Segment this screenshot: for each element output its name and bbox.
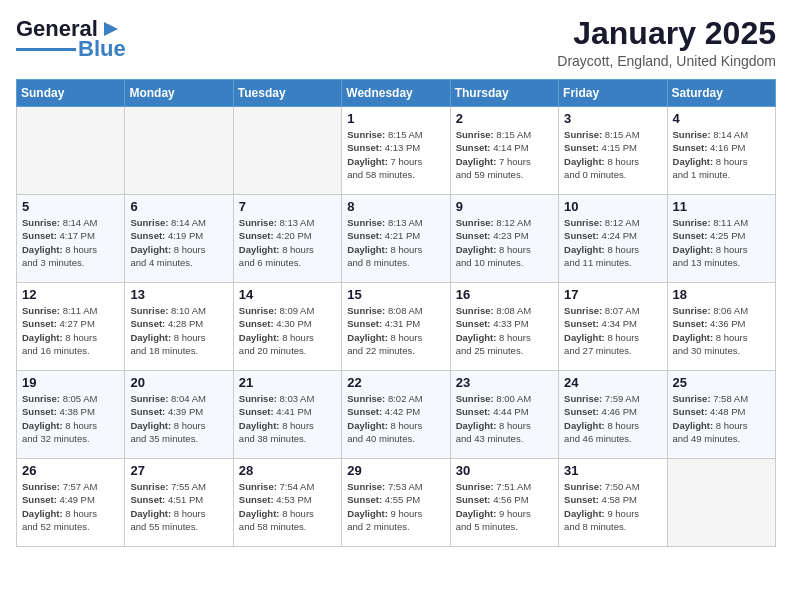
day-info: Sunrise: 8:08 AMSunset: 4:31 PMDaylight:… xyxy=(347,304,444,357)
calendar-cell: 28Sunrise: 7:54 AMSunset: 4:53 PMDayligh… xyxy=(233,459,341,547)
week-row-4: 19Sunrise: 8:05 AMSunset: 4:38 PMDayligh… xyxy=(17,371,776,459)
day-info: Sunrise: 8:12 AMSunset: 4:24 PMDaylight:… xyxy=(564,216,661,269)
calendar-cell: 16Sunrise: 8:08 AMSunset: 4:33 PMDayligh… xyxy=(450,283,558,371)
logo: General Blue xyxy=(16,16,126,62)
day-number: 3 xyxy=(564,111,661,126)
day-info: Sunrise: 8:14 AMSunset: 4:19 PMDaylight:… xyxy=(130,216,227,269)
day-info: Sunrise: 7:55 AMSunset: 4:51 PMDaylight:… xyxy=(130,480,227,533)
day-info: Sunrise: 7:58 AMSunset: 4:48 PMDaylight:… xyxy=(673,392,770,445)
day-number: 2 xyxy=(456,111,553,126)
day-number: 20 xyxy=(130,375,227,390)
day-header-thursday: Thursday xyxy=(450,80,558,107)
day-info: Sunrise: 8:14 AMSunset: 4:16 PMDaylight:… xyxy=(673,128,770,181)
day-header-saturday: Saturday xyxy=(667,80,775,107)
calendar-cell: 22Sunrise: 8:02 AMSunset: 4:42 PMDayligh… xyxy=(342,371,450,459)
day-number: 27 xyxy=(130,463,227,478)
day-number: 1 xyxy=(347,111,444,126)
day-number: 15 xyxy=(347,287,444,302)
day-number: 5 xyxy=(22,199,119,214)
day-info: Sunrise: 7:51 AMSunset: 4:56 PMDaylight:… xyxy=(456,480,553,533)
calendar-cell: 8Sunrise: 8:13 AMSunset: 4:21 PMDaylight… xyxy=(342,195,450,283)
day-info: Sunrise: 8:05 AMSunset: 4:38 PMDaylight:… xyxy=(22,392,119,445)
calendar-cell: 20Sunrise: 8:04 AMSunset: 4:39 PMDayligh… xyxy=(125,371,233,459)
day-info: Sunrise: 7:59 AMSunset: 4:46 PMDaylight:… xyxy=(564,392,661,445)
day-number: 25 xyxy=(673,375,770,390)
calendar-cell: 10Sunrise: 8:12 AMSunset: 4:24 PMDayligh… xyxy=(559,195,667,283)
day-info: Sunrise: 7:50 AMSunset: 4:58 PMDaylight:… xyxy=(564,480,661,533)
day-info: Sunrise: 8:15 AMSunset: 4:14 PMDaylight:… xyxy=(456,128,553,181)
calendar-cell: 25Sunrise: 7:58 AMSunset: 4:48 PMDayligh… xyxy=(667,371,775,459)
title-area: January 2025 Draycott, England, United K… xyxy=(557,16,776,69)
calendar-cell: 2Sunrise: 8:15 AMSunset: 4:14 PMDaylight… xyxy=(450,107,558,195)
calendar-table: SundayMondayTuesdayWednesdayThursdayFrid… xyxy=(16,79,776,547)
day-number: 4 xyxy=(673,111,770,126)
calendar-cell: 31Sunrise: 7:50 AMSunset: 4:58 PMDayligh… xyxy=(559,459,667,547)
calendar-cell xyxy=(125,107,233,195)
day-info: Sunrise: 8:15 AMSunset: 4:15 PMDaylight:… xyxy=(564,128,661,181)
calendar-cell xyxy=(233,107,341,195)
day-info: Sunrise: 8:06 AMSunset: 4:36 PMDaylight:… xyxy=(673,304,770,357)
day-info: Sunrise: 8:13 AMSunset: 4:21 PMDaylight:… xyxy=(347,216,444,269)
day-number: 26 xyxy=(22,463,119,478)
day-number: 8 xyxy=(347,199,444,214)
day-info: Sunrise: 8:15 AMSunset: 4:13 PMDaylight:… xyxy=(347,128,444,181)
day-number: 12 xyxy=(22,287,119,302)
calendar-cell: 30Sunrise: 7:51 AMSunset: 4:56 PMDayligh… xyxy=(450,459,558,547)
day-header-wednesday: Wednesday xyxy=(342,80,450,107)
calendar-cell: 7Sunrise: 8:13 AMSunset: 4:20 PMDaylight… xyxy=(233,195,341,283)
calendar-cell: 15Sunrise: 8:08 AMSunset: 4:31 PMDayligh… xyxy=(342,283,450,371)
calendar-cell: 9Sunrise: 8:12 AMSunset: 4:23 PMDaylight… xyxy=(450,195,558,283)
day-number: 17 xyxy=(564,287,661,302)
calendar-cell: 12Sunrise: 8:11 AMSunset: 4:27 PMDayligh… xyxy=(17,283,125,371)
day-info: Sunrise: 7:57 AMSunset: 4:49 PMDaylight:… xyxy=(22,480,119,533)
day-header-tuesday: Tuesday xyxy=(233,80,341,107)
day-info: Sunrise: 8:10 AMSunset: 4:28 PMDaylight:… xyxy=(130,304,227,357)
day-info: Sunrise: 8:11 AMSunset: 4:27 PMDaylight:… xyxy=(22,304,119,357)
day-info: Sunrise: 8:14 AMSunset: 4:17 PMDaylight:… xyxy=(22,216,119,269)
location: Draycott, England, United Kingdom xyxy=(557,53,776,69)
day-number: 24 xyxy=(564,375,661,390)
day-number: 22 xyxy=(347,375,444,390)
day-info: Sunrise: 8:07 AMSunset: 4:34 PMDaylight:… xyxy=(564,304,661,357)
day-headers: SundayMondayTuesdayWednesdayThursdayFrid… xyxy=(17,80,776,107)
day-info: Sunrise: 7:53 AMSunset: 4:55 PMDaylight:… xyxy=(347,480,444,533)
day-number: 11 xyxy=(673,199,770,214)
day-number: 21 xyxy=(239,375,336,390)
day-info: Sunrise: 8:11 AMSunset: 4:25 PMDaylight:… xyxy=(673,216,770,269)
calendar-cell: 21Sunrise: 8:03 AMSunset: 4:41 PMDayligh… xyxy=(233,371,341,459)
day-info: Sunrise: 8:08 AMSunset: 4:33 PMDaylight:… xyxy=(456,304,553,357)
day-number: 9 xyxy=(456,199,553,214)
week-row-1: 1Sunrise: 8:15 AMSunset: 4:13 PMDaylight… xyxy=(17,107,776,195)
day-info: Sunrise: 8:12 AMSunset: 4:23 PMDaylight:… xyxy=(456,216,553,269)
calendar-cell: 6Sunrise: 8:14 AMSunset: 4:19 PMDaylight… xyxy=(125,195,233,283)
calendar-cell: 29Sunrise: 7:53 AMSunset: 4:55 PMDayligh… xyxy=(342,459,450,547)
day-number: 14 xyxy=(239,287,336,302)
week-row-5: 26Sunrise: 7:57 AMSunset: 4:49 PMDayligh… xyxy=(17,459,776,547)
day-info: Sunrise: 8:03 AMSunset: 4:41 PMDaylight:… xyxy=(239,392,336,445)
calendar-cell: 5Sunrise: 8:14 AMSunset: 4:17 PMDaylight… xyxy=(17,195,125,283)
day-info: Sunrise: 7:54 AMSunset: 4:53 PMDaylight:… xyxy=(239,480,336,533)
week-row-2: 5Sunrise: 8:14 AMSunset: 4:17 PMDaylight… xyxy=(17,195,776,283)
day-header-monday: Monday xyxy=(125,80,233,107)
day-number: 30 xyxy=(456,463,553,478)
day-info: Sunrise: 8:00 AMSunset: 4:44 PMDaylight:… xyxy=(456,392,553,445)
day-info: Sunrise: 8:09 AMSunset: 4:30 PMDaylight:… xyxy=(239,304,336,357)
day-number: 28 xyxy=(239,463,336,478)
day-info: Sunrise: 8:13 AMSunset: 4:20 PMDaylight:… xyxy=(239,216,336,269)
day-number: 6 xyxy=(130,199,227,214)
calendar-cell xyxy=(17,107,125,195)
calendar-cell: 14Sunrise: 8:09 AMSunset: 4:30 PMDayligh… xyxy=(233,283,341,371)
day-number: 23 xyxy=(456,375,553,390)
day-header-sunday: Sunday xyxy=(17,80,125,107)
day-info: Sunrise: 8:02 AMSunset: 4:42 PMDaylight:… xyxy=(347,392,444,445)
calendar-cell: 11Sunrise: 8:11 AMSunset: 4:25 PMDayligh… xyxy=(667,195,775,283)
day-number: 7 xyxy=(239,199,336,214)
logo-text-blue: Blue xyxy=(78,36,126,62)
day-number: 13 xyxy=(130,287,227,302)
day-number: 19 xyxy=(22,375,119,390)
calendar-cell: 13Sunrise: 8:10 AMSunset: 4:28 PMDayligh… xyxy=(125,283,233,371)
calendar-cell: 3Sunrise: 8:15 AMSunset: 4:15 PMDaylight… xyxy=(559,107,667,195)
calendar-cell: 4Sunrise: 8:14 AMSunset: 4:16 PMDaylight… xyxy=(667,107,775,195)
calendar-cell: 27Sunrise: 7:55 AMSunset: 4:51 PMDayligh… xyxy=(125,459,233,547)
calendar-cell: 19Sunrise: 8:05 AMSunset: 4:38 PMDayligh… xyxy=(17,371,125,459)
